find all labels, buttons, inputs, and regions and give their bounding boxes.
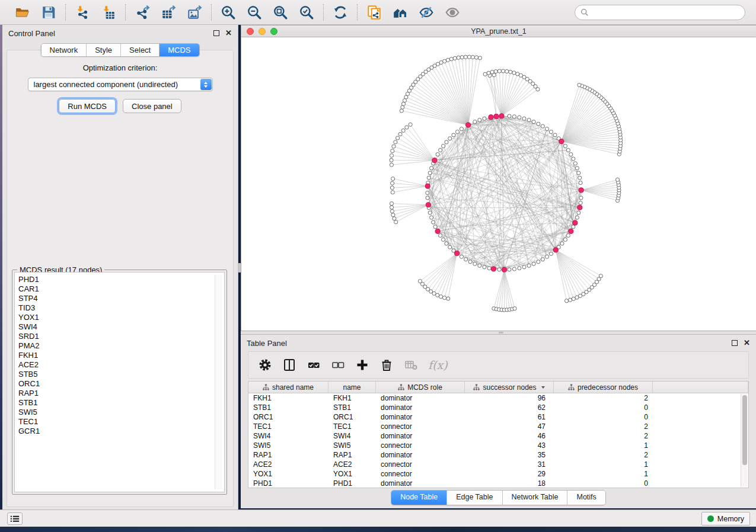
mcds-hub-node[interactable] bbox=[465, 123, 470, 127]
network-node[interactable] bbox=[390, 202, 393, 206]
network-node[interactable] bbox=[572, 157, 575, 161]
create-column-button[interactable] bbox=[355, 358, 369, 372]
show-all-button[interactable] bbox=[444, 4, 461, 21]
table-row[interactable]: ACE2ACE2connector311 bbox=[248, 460, 741, 469]
network-node[interactable] bbox=[394, 140, 397, 144]
run-mcds-button[interactable]: Run MCDS bbox=[59, 99, 116, 113]
import-network-button[interactable] bbox=[74, 4, 91, 21]
mcds-hub-node[interactable] bbox=[494, 114, 499, 118]
network-node[interactable] bbox=[428, 171, 432, 175]
delete-columns-button[interactable] bbox=[379, 358, 394, 372]
table-row[interactable]: YOX1YOX1connector291 bbox=[248, 469, 741, 479]
network-node[interactable] bbox=[577, 211, 580, 214]
network-node[interactable] bbox=[400, 109, 403, 113]
network-node[interactable] bbox=[464, 55, 467, 59]
network-node[interactable] bbox=[401, 105, 404, 109]
network-node[interactable] bbox=[505, 69, 509, 73]
network-node[interactable] bbox=[541, 124, 544, 128]
network-node[interactable] bbox=[433, 225, 437, 229]
network-node[interactable] bbox=[566, 148, 570, 152]
mcds-result-item[interactable]: GCR1 bbox=[18, 427, 224, 436]
network-node[interactable] bbox=[575, 216, 579, 219]
network-node[interactable] bbox=[563, 238, 567, 241]
network-node[interactable] bbox=[494, 70, 497, 73]
network-node[interactable] bbox=[455, 130, 459, 133]
network-window-titlebar[interactable]: YPA_prune.txt_1 bbox=[241, 25, 756, 37]
network-node[interactable] bbox=[563, 144, 567, 148]
tab-mcds[interactable]: MCDS bbox=[160, 44, 199, 56]
network-node[interactable] bbox=[579, 181, 582, 184]
result-scrollbar[interactable] bbox=[215, 275, 222, 489]
network-node[interactable] bbox=[568, 298, 572, 302]
network-node[interactable] bbox=[545, 255, 548, 258]
network-node[interactable] bbox=[427, 176, 430, 180]
search-input[interactable] bbox=[592, 8, 739, 17]
mcds-hub-node[interactable] bbox=[569, 229, 573, 233]
network-node[interactable] bbox=[453, 56, 457, 60]
network-node[interactable] bbox=[516, 72, 519, 76]
network-node[interactable] bbox=[615, 178, 619, 181]
network-node[interactable] bbox=[508, 268, 511, 271]
network-node[interactable] bbox=[522, 265, 526, 269]
mcds-hub-node[interactable] bbox=[426, 203, 430, 207]
float-panel-icon[interactable] bbox=[213, 30, 219, 36]
network-node[interactable] bbox=[460, 255, 463, 258]
table-row[interactable]: ORC1ORC1dominator610 bbox=[248, 412, 741, 422]
network-node[interactable] bbox=[446, 58, 449, 62]
network-node[interactable] bbox=[391, 177, 395, 181]
export-network-button[interactable] bbox=[133, 4, 151, 21]
zoom-out-button[interactable] bbox=[245, 4, 263, 21]
network-node[interactable] bbox=[483, 72, 487, 76]
mcds-result-item[interactable]: RAP1 bbox=[18, 389, 224, 398]
task-history-button[interactable] bbox=[7, 512, 23, 525]
network-node[interactable] bbox=[473, 120, 477, 124]
mcds-result-item[interactable]: TEC1 bbox=[18, 417, 224, 427]
network-node[interactable] bbox=[391, 213, 395, 217]
network-node[interactable] bbox=[390, 181, 394, 185]
mcds-hub-node[interactable] bbox=[489, 115, 493, 120]
tab-network[interactable]: Network bbox=[41, 44, 87, 56]
network-node[interactable] bbox=[448, 245, 452, 249]
network-node[interactable] bbox=[537, 122, 540, 126]
mcds-result-item[interactable]: CAR1 bbox=[18, 284, 224, 294]
tab-node-table[interactable]: Node Table bbox=[391, 491, 447, 505]
network-node[interactable] bbox=[512, 267, 516, 271]
network-node[interactable] bbox=[439, 295, 442, 299]
table-row[interactable]: FKH1FKH1dominator962 bbox=[248, 393, 741, 403]
table-row[interactable]: RAP1RAP1dominator352 bbox=[248, 450, 741, 460]
search-field[interactable] bbox=[575, 5, 745, 20]
mcds-result-item[interactable]: FKH1 bbox=[18, 351, 224, 360]
network-node[interactable] bbox=[390, 163, 393, 166]
network-node[interactable] bbox=[432, 220, 435, 224]
scrollbar-thumb[interactable] bbox=[742, 395, 747, 465]
network-node[interactable] bbox=[509, 70, 512, 73]
network-node[interactable] bbox=[572, 225, 575, 229]
network-node[interactable] bbox=[445, 242, 448, 245]
network-node[interactable] bbox=[527, 264, 531, 267]
close-panel-button[interactable]: Close panel bbox=[123, 99, 181, 113]
mcds-hub-node[interactable] bbox=[553, 248, 558, 252]
network-node[interactable] bbox=[439, 148, 442, 152]
network-node[interactable] bbox=[549, 252, 553, 255]
network-node[interactable] bbox=[537, 260, 540, 264]
network-node[interactable] bbox=[490, 70, 494, 74]
network-node[interactable] bbox=[532, 262, 535, 265]
mcds-result-list[interactable]: PHD1CAR1STP4TID3YOX1SWI4SRD1PMA2FKH1ACE2… bbox=[14, 272, 225, 492]
network-node[interactable] bbox=[483, 117, 486, 120]
network-node[interactable] bbox=[403, 99, 406, 102]
network-node[interactable] bbox=[405, 126, 409, 129]
mcds-hub-node[interactable] bbox=[502, 267, 506, 272]
network-node[interactable] bbox=[391, 149, 394, 153]
network-node[interactable] bbox=[573, 162, 577, 165]
table-scrollbar[interactable] bbox=[741, 394, 748, 487]
network-node[interactable] bbox=[566, 233, 570, 237]
network-node[interactable] bbox=[436, 153, 439, 156]
network-node[interactable] bbox=[474, 56, 478, 59]
network-node[interactable] bbox=[578, 83, 581, 86]
table-row[interactable]: PHD1PHD1dominator180 bbox=[248, 479, 741, 488]
network-node[interactable] bbox=[409, 123, 412, 126]
network-node[interactable] bbox=[430, 166, 433, 170]
network-node[interactable] bbox=[564, 299, 568, 303]
network-node[interactable] bbox=[391, 190, 394, 194]
mcds-hub-node[interactable] bbox=[573, 220, 578, 225]
